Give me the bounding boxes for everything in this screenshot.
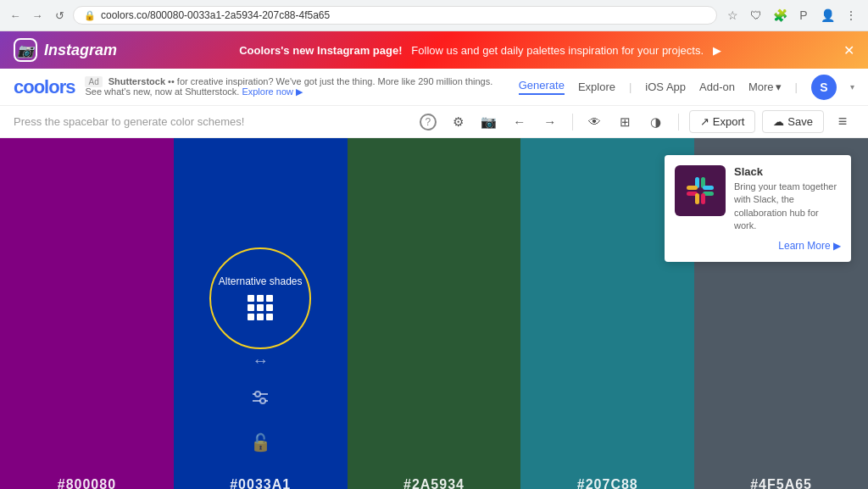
grid-dot-8 [257,314,264,320]
user-chevron[interactable]: ▾ [850,82,854,92]
grid-dot-7 [248,314,254,320]
nav-more-label: More [748,81,774,93]
instagram-name: Instagram [44,42,117,59]
swatch-blue-label: #0033A1 SMALT (DARK POWDER BLUE) [188,477,332,489]
nav-divider: | [629,81,632,93]
instagram-banner-text: Coolors's new Instagram page! Follow us … [127,44,833,57]
slack-info: Slack Bring your team together with Slac… [734,165,841,233]
nav-explore[interactable]: Explore [578,81,615,93]
toolbar-divider-2 [678,114,679,131]
nav-more-arrow: ▾ [776,81,782,93]
swatch-green-label: #2A5934 MUGHAL GREEN [395,477,474,489]
slack-desc: Bring your team together with Slack, the… [734,181,841,233]
grid-button[interactable]: ⊞ [614,110,637,134]
hamburger-icon: ≡ [838,113,848,131]
nav-divider-2: | [795,81,798,93]
swatch-slate-label: #4F5A65 STORMCLOUD [747,477,815,489]
main-palette-area: #800080 PURPLE (HTML) Alternative shades… [0,138,868,489]
help-icon: ? [420,114,437,131]
palette-icon: ◑ [650,114,661,130]
save-label: Save [787,115,813,128]
export-button[interactable]: ↗ Export [689,110,756,133]
arrow-right-button[interactable]: → [538,110,562,134]
toolbar: Press the spacebar to generate color sch… [0,106,868,138]
instagram-close-button[interactable]: ✕ [843,42,854,58]
svg-rect-10 [695,193,699,204]
slack-title: Slack [734,165,841,178]
alt-shades-label: Alternative shades [219,275,303,289]
palette-button[interactable]: ◑ [644,110,668,134]
swatch-purple[interactable]: #800080 PURPLE (HTML) [0,138,174,489]
gear-icon: ⚙ [453,114,464,130]
address-bar[interactable]: 🔒 coolors.co/800080-0033a1-2a5934-207c88… [73,6,717,25]
coolors-logo[interactable]: coolors [14,76,75,98]
save-button[interactable]: ☁ Save [762,110,824,133]
help-button[interactable]: ? [416,110,440,134]
bookmark-button[interactable]: ☆ [722,5,743,25]
save-icon: ☁ [773,115,784,128]
refresh-button[interactable]: ↺ [51,7,68,24]
grid-dot-4 [248,304,254,311]
instagram-banner-desc: Follow us and get daily palettes inspira… [411,44,704,57]
slack-logo [675,165,726,216]
swatch-blue[interactable]: Alternative shades ↔ [174,138,348,489]
arrow-left-button[interactable]: ← [508,110,531,134]
instagram-logo: 📷 Instagram [14,38,117,62]
ad-dots: •• [168,76,175,86]
browser-chrome: ← → ↺ 🔒 coolors.co/800080-0033a1-2a5934-… [0,0,868,31]
forward-button[interactable]: → [29,7,46,24]
user-avatar[interactable]: S [811,75,837,100]
swatch-green-hex: #2A5934 [395,477,474,489]
svg-rect-8 [703,186,714,190]
ad-section: Ad Shutterstock •• for creative inspirat… [85,76,508,97]
browser-toolbar: ← → ↺ 🔒 coolors.co/800080-0033a1-2a5934-… [0,0,868,31]
grid-icon: ⊞ [620,114,631,130]
back-button[interactable]: ← [7,7,24,24]
swatch-blue-hex: #0033A1 [188,477,332,489]
grid-dot-3 [266,295,273,302]
grid-dot-1 [248,295,254,302]
grid-dot-9 [266,314,273,320]
grid-dot-5 [257,304,264,311]
swatch-purple-label: #800080 PURPLE (HTML) [49,477,125,489]
slack-logo-svg [683,174,717,208]
lock-icon: 🔓 [250,432,271,453]
svg-rect-11 [701,193,705,204]
nav-ios-app[interactable]: iOS App [645,81,686,93]
move-icon: ↔ [252,351,269,370]
nav-generate[interactable]: Generate [519,79,565,95]
app-header: coolors Ad Shutterstock •• for creative … [0,69,868,106]
shield-button[interactable]: 🛡 [746,5,766,25]
svg-point-3 [260,398,265,403]
menu-button[interactable]: ⋮ [841,5,861,25]
instagram-banner: 📷 Instagram Coolors's new Instagram page… [0,31,868,69]
toolbar-divider-1 [572,114,573,131]
instagram-banner-arrow[interactable]: ▶ [713,44,721,57]
ad-link[interactable]: Explore now ▶ [242,86,303,97]
swatch-teal-hex: #207C88 [558,477,657,489]
grid-dot-2 [257,295,264,302]
toolbar-icons: ? ⚙ 📷 ← → 👁 ⊞ ◑ ↗ Export ☁ Save [416,110,854,134]
export-label: Export [713,115,745,128]
nav-more[interactable]: More ▾ [748,81,782,93]
hamburger-menu-button[interactable]: ≡ [831,110,854,134]
svg-rect-6 [687,186,698,190]
alt-shades-circle[interactable]: Alternative shades [209,247,311,349]
slack-ad: Slack Bring your team together with Slac… [665,155,851,262]
toolbar-hint: Press the spacebar to generate color sch… [14,115,409,128]
swatch-slate-hex: #4F5A65 [747,477,815,489]
extension-button[interactable]: 🧩 [770,5,790,25]
pinterest-button[interactable]: P [793,5,814,25]
settings-button[interactable]: ⚙ [447,110,470,134]
camera-button[interactable]: 📷 [477,110,501,134]
account-button[interactable]: 👤 [817,5,837,25]
url-text: coolors.co/800080-0033a1-2a5934-207c88-4… [101,9,330,21]
eye-icon: 👁 [588,114,601,129]
arrow-right-icon: → [543,114,556,129]
ad-company: Shutterstock [108,76,165,86]
slack-learn-more[interactable]: Learn More ▶ [675,240,841,252]
eye-button[interactable]: 👁 [583,110,607,134]
grid-dots-icon [248,295,273,320]
swatch-green[interactable]: #2A5934 MUGHAL GREEN [348,138,521,489]
nav-addon[interactable]: Add-on [699,81,735,93]
